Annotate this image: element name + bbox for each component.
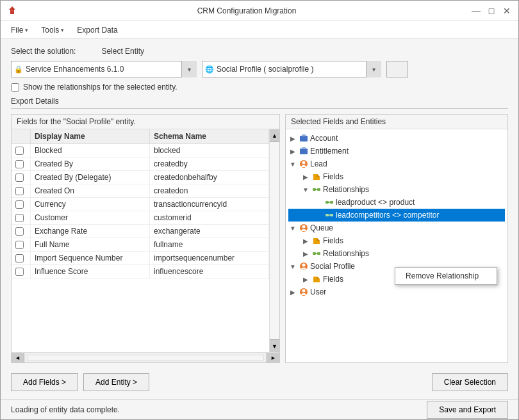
tree-node-lead-fields[interactable]: ▶ Fields <box>288 170 505 183</box>
bottom-left-buttons: Add Fields > Add Entity > <box>11 373 149 391</box>
table-row[interactable]: Blocked blocked <box>12 144 269 158</box>
row-checkbox-cell[interactable] <box>12 225 31 238</box>
tree-node-queue-relationships[interactable]: ▶ Relationships <box>288 247 505 260</box>
row-checkbox-cell[interactable] <box>12 184 31 197</box>
menu-export-data[interactable]: Export Data <box>72 23 122 37</box>
row-checkbox[interactable] <box>15 268 24 276</box>
solution-label: Select the solution: <box>11 47 76 56</box>
row-checkbox[interactable] <box>15 214 24 222</box>
row-schema-name: createdonbehalfby <box>150 171 269 184</box>
svg-point-5 <box>302 161 306 165</box>
row-schema-name: importsequencenumber <box>150 252 269 264</box>
menu-file[interactable]: File ▾ <box>6 23 33 37</box>
show-relationships-checkbox[interactable] <box>11 83 19 92</box>
svg-rect-10 <box>330 201 333 204</box>
solution-dropdown-arrow[interactable]: ▾ <box>181 61 197 77</box>
expand-social-profile-icon[interactable]: ▼ <box>288 262 297 271</box>
minimize-button[interactable]: — <box>470 4 482 17</box>
social-profile-label: Social Profile <box>310 262 355 271</box>
svg-rect-3 <box>302 147 306 149</box>
expand-lead-icon[interactable]: ▼ <box>288 159 297 168</box>
table-row[interactable]: Import Sequence Number importsequencenum… <box>12 252 269 265</box>
table-row[interactable]: Exchange Rate exchangerate <box>12 225 269 238</box>
lead-fields-label: Fields <box>323 172 343 181</box>
social-profile-entity-icon <box>299 261 309 271</box>
svg-rect-7 <box>317 188 320 191</box>
selected-panel-header: Selected Fields and Entities <box>286 115 507 129</box>
entity-dropdown-arrow[interactable]: ▾ <box>366 61 381 77</box>
tree-node-entitlement[interactable]: ▶ Entitlement <box>288 145 505 158</box>
row-checkbox[interactable] <box>15 174 24 182</box>
row-checkbox-cell[interactable] <box>12 158 31 170</box>
context-menu-remove-relationship[interactable]: Remove Relationship <box>395 268 497 284</box>
expand-entitlement-icon[interactable]: ▶ <box>288 147 297 156</box>
table-row[interactable]: Currency transactioncurrencyid <box>12 198 269 211</box>
tree-node-leadcompetitors[interactable]: leadcompetitors <> competitor <box>288 209 505 222</box>
main-area: Fields for the "Social Profile" entity. … <box>11 114 508 363</box>
table-row[interactable]: Full Name fullname <box>12 238 269 252</box>
row-checkbox-cell[interactable] <box>12 211 31 224</box>
fields-table[interactable]: Display Name Schema Name Blocked blocked… <box>12 129 269 352</box>
row-checkbox-cell[interactable] <box>12 198 31 211</box>
menu-tools[interactable]: Tools ▾ <box>36 23 69 37</box>
solution-selector[interactable]: 🔒 Service Enhancements 6.1.0 ▾ <box>11 61 197 77</box>
selectors-row: 🔒 Service Enhancements 6.1.0 ▾ 🌐 Social … <box>11 61 508 77</box>
tree-node-user[interactable]: ▶ User <box>288 286 505 298</box>
horizontal-scrollbar[interactable]: ◄ ► <box>12 352 279 362</box>
row-checkbox-cell[interactable] <box>12 171 31 184</box>
close-button[interactable]: ✕ <box>500 4 513 17</box>
row-checkbox-cell[interactable] <box>12 144 31 157</box>
row-checkbox[interactable] <box>15 241 24 249</box>
table-row[interactable]: Created By createdby <box>12 158 269 171</box>
tree-node-leadproduct[interactable]: leadproduct <> product <box>288 196 505 209</box>
table-row[interactable]: Customer customerid <box>12 211 269 225</box>
tree-node-lead[interactable]: ▼ Lead <box>288 158 505 170</box>
expand-social-profile-fields-icon[interactable]: ▶ <box>301 275 310 284</box>
add-fields-button[interactable]: Add Fields > <box>11 373 78 391</box>
app-icon <box>6 4 19 17</box>
row-checkbox[interactable] <box>15 187 24 195</box>
context-menu: Remove Relationship <box>395 267 497 285</box>
maximize-button[interactable]: □ <box>485 4 498 17</box>
table-row[interactable]: Created On createdon <box>12 184 269 198</box>
queue-entity-icon <box>299 223 309 233</box>
expand-account-icon[interactable]: ▶ <box>288 134 297 143</box>
row-checkbox[interactable] <box>15 200 24 209</box>
scrollbar[interactable]: ▲ ▼ <box>269 129 279 352</box>
expand-queue-icon[interactable]: ▼ <box>288 223 297 232</box>
leadcompetitors-icon <box>324 210 334 220</box>
solution-value: Service Enhancements 6.1.0 <box>26 65 194 74</box>
row-checkbox-cell[interactable] <box>12 252 31 264</box>
tree-area[interactable]: ▶ Account ▶ Entitlement <box>286 129 507 362</box>
row-checkbox[interactable] <box>15 160 24 168</box>
row-checkbox[interactable] <box>15 147 24 155</box>
expand-queue-relationships-icon[interactable]: ▶ <box>301 249 310 258</box>
clear-selection-button[interactable]: Clear Selection <box>432 373 508 391</box>
save-and-export-button[interactable]: Save and Export <box>427 401 508 419</box>
queue-label: Queue <box>310 223 333 232</box>
show-relationships-row: Show the relationships for the selected … <box>11 83 508 92</box>
row-checkbox-cell[interactable] <box>12 238 31 251</box>
expand-lead-relationships-icon[interactable]: ▼ <box>301 185 310 194</box>
row-checkbox-cell[interactable] <box>12 265 31 278</box>
svg-rect-12 <box>325 214 329 216</box>
row-display-name: Customer <box>31 211 150 224</box>
tree-node-account[interactable]: ▶ Account <box>288 132 505 145</box>
expand-lead-fields-icon[interactable]: ▶ <box>301 172 310 181</box>
row-display-name: Created By (Delegate) <box>31 171 150 184</box>
row-display-name: Created On <box>31 184 150 197</box>
table-row[interactable]: Influence Score influencescore <box>12 265 269 279</box>
expand-user-icon[interactable]: ▶ <box>288 287 297 296</box>
add-entity-button[interactable]: Add Entity > <box>83 373 149 391</box>
tree-node-lead-relationships[interactable]: ▼ Relationships <box>288 183 505 196</box>
expand-queue-fields-icon[interactable]: ▶ <box>301 236 310 245</box>
entity-selector[interactable]: 🌐 Social Profile ( socialprofile ) ▾ <box>202 61 381 77</box>
tree-node-queue[interactable]: ▼ Queue <box>288 222 505 234</box>
row-checkbox[interactable] <box>15 227 24 236</box>
row-display-name: Created By <box>31 158 150 170</box>
tree-node-queue-fields[interactable]: ▶ Fields <box>288 234 505 247</box>
add-all-button[interactable] <box>386 61 408 77</box>
row-checkbox[interactable] <box>15 254 24 262</box>
table-row[interactable]: Created By (Delegate) createdonbehalfby <box>12 171 269 184</box>
row-display-name: Import Sequence Number <box>31 252 150 264</box>
